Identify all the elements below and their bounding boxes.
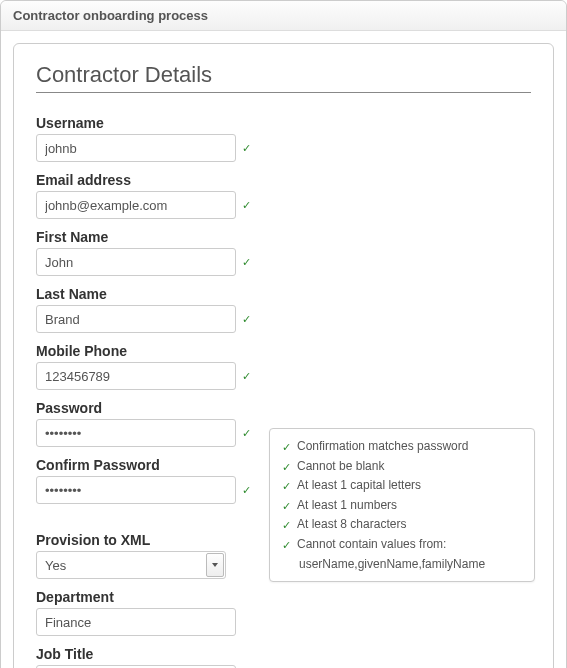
panel-title: Contractor onboarding process xyxy=(1,1,566,31)
rule-text: Cannot contain values from: xyxy=(297,537,446,553)
check-icon: ✓ xyxy=(282,499,291,513)
field-email: Email address ✓ xyxy=(36,172,531,219)
rule-text: At least 1 capital letters xyxy=(297,478,421,494)
rule-text: Cannot be blank xyxy=(297,459,384,475)
select-provision[interactable]: Yes xyxy=(36,551,226,579)
check-icon: ✓ xyxy=(282,440,291,454)
check-icon: ✓ xyxy=(282,460,291,474)
check-icon: ✓ xyxy=(242,484,251,497)
section-title: Contractor Details xyxy=(36,62,531,93)
rule-sub-text: userName,givenName,familyName xyxy=(299,557,522,571)
check-icon: ✓ xyxy=(242,142,251,155)
check-icon: ✓ xyxy=(242,427,251,440)
password-rules-tooltip: ✓Confirmation matches password ✓Cannot b… xyxy=(269,428,535,582)
input-department[interactable] xyxy=(36,608,236,636)
check-icon: ✓ xyxy=(282,538,291,552)
label-username: Username xyxy=(36,115,531,131)
field-last-name: Last Name ✓ xyxy=(36,286,531,333)
check-icon: ✓ xyxy=(282,518,291,532)
input-last-name[interactable] xyxy=(36,305,236,333)
field-job-title: Job Title xyxy=(36,646,531,668)
input-password[interactable] xyxy=(36,419,236,447)
input-first-name[interactable] xyxy=(36,248,236,276)
check-icon: ✓ xyxy=(282,479,291,493)
check-icon: ✓ xyxy=(242,256,251,269)
input-mobile[interactable] xyxy=(36,362,236,390)
input-email[interactable] xyxy=(36,191,236,219)
check-icon: ✓ xyxy=(242,370,251,383)
onboarding-panel: Contractor onboarding process Contractor… xyxy=(0,0,567,668)
input-confirm-password[interactable] xyxy=(36,476,236,504)
rule-text: At least 8 characters xyxy=(297,517,406,533)
check-icon: ✓ xyxy=(242,199,251,212)
label-job-title: Job Title xyxy=(36,646,531,662)
label-department: Department xyxy=(36,589,531,605)
label-first-name: First Name xyxy=(36,229,531,245)
rule-text: Confirmation matches password xyxy=(297,439,468,455)
details-panel: Contractor Details Username ✓ Email addr… xyxy=(13,43,554,668)
label-last-name: Last Name xyxy=(36,286,531,302)
label-email: Email address xyxy=(36,172,531,188)
rule-text: At least 1 numbers xyxy=(297,498,397,514)
field-department: Department xyxy=(36,589,531,636)
field-first-name: First Name ✓ xyxy=(36,229,531,276)
check-icon: ✓ xyxy=(242,313,251,326)
input-username[interactable] xyxy=(36,134,236,162)
label-password: Password xyxy=(36,400,531,416)
field-mobile: Mobile Phone ✓ xyxy=(36,343,531,390)
label-mobile: Mobile Phone xyxy=(36,343,531,359)
field-username: Username ✓ xyxy=(36,115,531,162)
